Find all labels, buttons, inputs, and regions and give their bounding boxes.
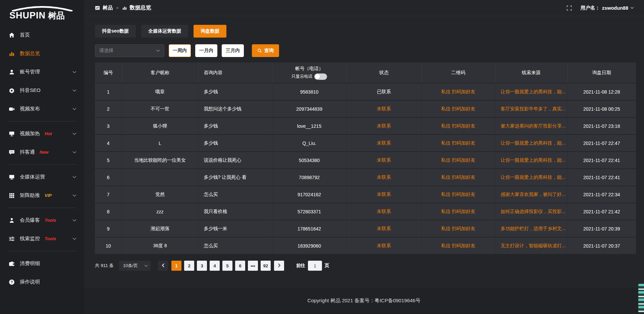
cell-source-link[interactable]: 如何正确选择投影仪，买投影... [495, 203, 567, 220]
cell-content: 多少钱一米 [198, 220, 272, 237]
tab-button[interactable]: 全媒体运营数据 [141, 25, 188, 38]
cell-account: 178651642 [272, 220, 346, 237]
filter-select[interactable]: 请选择 [95, 44, 164, 57]
filter-bar: 请选择 一周内 一月内 三月内 查询 [95, 44, 636, 57]
cell-status: 未联系 [346, 186, 421, 203]
cell-status: 未联系 [346, 100, 421, 117]
cell-content: 多少钱 [198, 83, 272, 100]
sidebar-item-badge: Hot [45, 131, 52, 136]
cell-qrcode-link[interactable]: 私信 扫码加好友 [421, 117, 495, 135]
page-button[interactable]: 1 [171, 261, 181, 271]
cell-nickname: zzz [122, 203, 198, 220]
page-button[interactable]: 4 [210, 261, 220, 271]
page-button[interactable]: 92 [261, 261, 271, 271]
cell-account: 183929060 [272, 237, 346, 254]
sidebar-item[interactable]: 全媒体运营 [0, 168, 84, 186]
tab-button[interactable]: 询盘数据 [194, 25, 226, 38]
chevron-down-icon [72, 238, 76, 240]
sidebar-item[interactable]: 抖客通 New [0, 143, 84, 161]
sidebar-item[interactable] [8, 121, 76, 121]
cell-qrcode-link[interactable]: 私信 扫码加好友 [421, 186, 495, 203]
cell-account: 70898792 [272, 169, 346, 186]
next-page-button[interactable] [274, 261, 284, 271]
sidebar-item-badge: Tools [45, 236, 56, 241]
page-size-select[interactable]: 10条/页 [119, 261, 151, 271]
cell-date: 2021-11-08 00:25 [567, 100, 636, 117]
cell-qrcode-link[interactable]: 私信 扫码加好友 [421, 220, 495, 237]
chevron-down-icon [156, 49, 160, 52]
topbar: 树品 > 数据总览 用户名： zswodun88 [84, 0, 644, 16]
tab-button[interactable]: 抖音seo数据 [95, 25, 136, 38]
cell-qrcode-link[interactable]: 私信 扫码加好友 [421, 83, 495, 100]
cell-source-link[interactable]: 客厅安装投影半年多了，真实... [495, 100, 567, 117]
cell-content: 多少钱 [198, 135, 272, 152]
cell-qrcode-link[interactable]: 私信 扫码加好友 [421, 169, 495, 186]
cell-qrcode-link[interactable]: 私信 扫码加好友 [421, 203, 495, 220]
breadcrumb-root[interactable]: 树品 [103, 5, 113, 11]
chevron-down-icon [72, 89, 76, 92]
cell-source-link[interactable]: 感谢大家喜欢我家，被问了好... [495, 186, 567, 203]
sidebar-item[interactable]: 账号管理 [0, 63, 84, 81]
chat-icon [9, 149, 15, 155]
cell-source-link[interactable]: 让你一眼就爱上的黑科技，能... [495, 152, 567, 169]
cell-qrcode-link[interactable]: 私信 扫码加好友 [421, 152, 495, 169]
period-button[interactable]: 一周内 [169, 44, 191, 57]
page-button[interactable]: 3 [197, 261, 207, 271]
cell-account: love__1215 [272, 117, 346, 135]
user-menu[interactable]: 用户名： zswodun88 [581, 5, 634, 11]
cell-qrcode-link[interactable]: 私信 扫码加好友 [421, 135, 495, 152]
goto-page-input[interactable] [308, 261, 322, 271]
cell-source-link[interactable]: 让你一眼就爱上的黑科技，能... [495, 83, 567, 100]
table-row: 7 觉然 怎么买 917024162 未联系 私信 扫码加好友 感谢大家喜欢我家… [95, 186, 636, 203]
sidebar-item[interactable]: 抖音SEO [0, 81, 84, 100]
cell-content: 说说价格让我死心 [198, 152, 272, 169]
sidebar-item[interactable] [8, 251, 76, 251]
cell-qrcode-link[interactable]: 私信 扫码加好友 [421, 100, 495, 117]
sidebar-item[interactable]: 首页 [0, 26, 84, 44]
cell-qrcode-link[interactable]: 私信 扫码加好友 [421, 237, 495, 254]
sidebar-item[interactable]: 线索监控 Tools [0, 229, 84, 248]
sidebar-item[interactable]: 视频加热 Hot [0, 124, 84, 143]
sidebar-item[interactable]: 会员爆客 Tools [0, 211, 84, 229]
logo-latin: SHUPIN [9, 10, 46, 21]
sidebar-item-label: 视频发布 [20, 106, 40, 112]
page-button[interactable]: 6 [235, 261, 245, 271]
cell-date: 2021-11-07 22:34 [567, 186, 636, 203]
chevron-down-icon [72, 133, 76, 135]
sidebar-item[interactable]: 视频发布 [0, 100, 84, 118]
edge-widget[interactable] [638, 284, 644, 313]
sidebar-item[interactable] [8, 164, 76, 165]
table-row: 6 多少钱? 让我死心 看 70898792 未联系 私信 扫码加好友 让你一眼… [95, 169, 636, 186]
sidebar-item[interactable]: 消费明细 [0, 254, 84, 273]
page-button[interactable]: 5 [222, 261, 232, 271]
period-button[interactable]: 三月内 [222, 44, 244, 57]
cell-source-link[interactable]: 被大家追着问的客厅投影分享... [495, 117, 567, 135]
period-button[interactable]: 一月内 [195, 44, 217, 57]
period-buttons: 一周内 一月内 三月内 [169, 44, 244, 57]
cell-source-link[interactable]: 让你一眼就爱上的黑科技，能... [495, 135, 567, 152]
col-qrcode: 二维码 [421, 62, 495, 83]
page-button[interactable]: 2 [184, 261, 194, 271]
prev-page-button[interactable] [158, 261, 168, 271]
fullscreen-icon[interactable] [567, 5, 572, 11]
sidebar-item[interactable]: ? 操作说明 [0, 273, 84, 291]
col-date: 询盘日期 [567, 62, 636, 83]
sidebar-item-label: 视频加热 [20, 130, 40, 137]
user-icon [9, 69, 15, 75]
cell-source-link[interactable]: 无主灯设计，智能磁吸轨道灯... [495, 237, 567, 254]
cell-nickname: 36度 8 [122, 237, 198, 254]
search-button[interactable]: 查询 [252, 44, 279, 57]
copyright-text: Copyright 树品 2021 备案号：粤ICP备09019646号 [308, 298, 421, 304]
monitor-icon [9, 174, 15, 180]
cell-content: 怎么买 [198, 186, 272, 203]
cell-source-link[interactable]: 多功能护栏灯，适用于乡村文... [495, 220, 567, 237]
sidebar-item[interactable]: 数据总览 [0, 44, 84, 63]
sidebar-item[interactable]: 矩阵助推 VIP [0, 186, 84, 205]
cell-source-link[interactable]: 让你一眼就爱上的黑科技，能... [495, 169, 567, 186]
page-button[interactable]: ••• [248, 261, 258, 271]
sidebar-item[interactable] [8, 208, 76, 208]
phone-only-toggle[interactable] [314, 73, 327, 80]
app-root: SHUPIN 树品 首页 数据总览 [0, 0, 644, 314]
cell-id: 4 [95, 135, 122, 152]
chevron-down-icon [72, 151, 76, 154]
